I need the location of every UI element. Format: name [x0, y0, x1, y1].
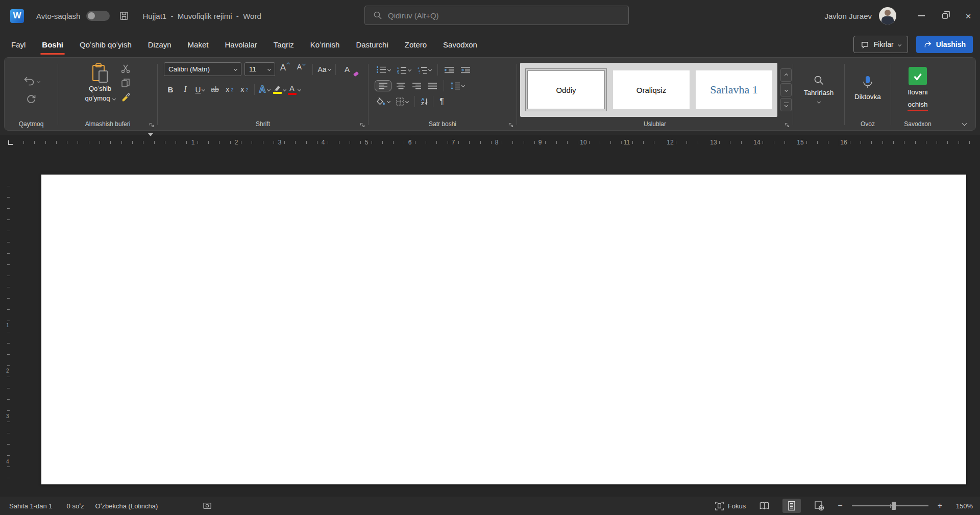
- tab-fayl[interactable]: Fayl: [3, 32, 34, 57]
- comments-button[interactable]: Fikrlar: [853, 36, 908, 53]
- print-layout-button[interactable]: [782, 499, 801, 513]
- chevron-down-icon: [267, 67, 271, 71]
- word-logo-icon[interactable]: W: [10, 9, 24, 23]
- zoom-out-button[interactable]: −: [838, 501, 842, 510]
- line-spacing-icon: [450, 82, 460, 90]
- editing-button[interactable]: Tahrirlash: [804, 75, 834, 103]
- borders-button[interactable]: [395, 96, 410, 107]
- cut-button[interactable]: [120, 64, 131, 74]
- strikethrough-button[interactable]: ab: [208, 83, 222, 96]
- focus-mode-button[interactable]: Fokus: [715, 501, 746, 511]
- grow-font-button[interactable]: A: [278, 63, 291, 76]
- horizontal-ruler[interactable]: 1 2 3 4 5 6 7 8 9 10 11 12 13 14 15 16: [0, 135, 980, 150]
- change-case-button[interactable]: Aa: [317, 63, 331, 76]
- tab-qoshib-qoyish[interactable]: Qoʻshib qoʻyish: [71, 32, 140, 57]
- clear-formatting-button[interactable]: A: [340, 63, 354, 76]
- tab-boshi[interactable]: Boshi: [34, 32, 71, 57]
- align-center-icon: [396, 82, 406, 89]
- clipboard-dialog-launcher[interactable]: [149, 122, 154, 128]
- close-button[interactable]: ×: [957, 0, 980, 32]
- bold-button[interactable]: B: [164, 83, 177, 96]
- macro-record-button[interactable]: [203, 502, 212, 510]
- style-card-sarlavha1[interactable]: Sarlavha 1: [696, 70, 772, 109]
- font-color-button[interactable]: A: [287, 83, 301, 96]
- superscript-button[interactable]: x2: [238, 83, 251, 96]
- style-card-oraliqsiz[interactable]: Oraliqsiz: [613, 70, 690, 109]
- underline-button[interactable]: U: [193, 83, 207, 96]
- chevron-down-icon: [282, 87, 286, 91]
- tab-dizayn[interactable]: Dizayn: [140, 32, 180, 57]
- vertical-ruler[interactable]: [7, 186, 10, 478]
- zoom-level[interactable]: 150%: [951, 502, 973, 510]
- sort-button[interactable]: A Z: [420, 96, 428, 106]
- save-icon[interactable]: [119, 11, 129, 21]
- line-spacing-button[interactable]: [449, 81, 466, 91]
- paragraph-dialog-launcher[interactable]: [508, 122, 513, 128]
- font-dialog-launcher[interactable]: [360, 122, 365, 128]
- align-center-button[interactable]: [395, 81, 407, 90]
- web-layout-button[interactable]: [810, 499, 828, 513]
- user-avatar[interactable]: [879, 7, 896, 24]
- redo-button[interactable]: [26, 93, 36, 104]
- undo-button[interactable]: [23, 76, 40, 86]
- tab-zotero[interactable]: Zotero: [397, 32, 435, 57]
- multilevel-list-button[interactable]: 1ai: [415, 65, 433, 75]
- dictate-button[interactable]: Diktovka: [854, 76, 881, 102]
- subscript-button[interactable]: x2: [223, 83, 236, 96]
- user-name[interactable]: Javlon Juraev: [824, 12, 872, 20]
- text-effects-button[interactable]: A: [258, 83, 271, 96]
- search-box[interactable]: Qidiruv (Alt+Q): [364, 6, 629, 25]
- styles-dialog-launcher[interactable]: [785, 122, 790, 128]
- share-button[interactable]: Ulashish: [916, 36, 973, 53]
- restore-button[interactable]: [933, 0, 957, 32]
- page-indicator[interactable]: Sahifa 1-dan 1: [9, 502, 53, 510]
- autosave-toggle[interactable]: [86, 11, 110, 21]
- text-highlight-button[interactable]: [273, 83, 286, 96]
- open-app-line1: Ilovani: [908, 88, 927, 97]
- decrease-indent-button[interactable]: [443, 65, 456, 75]
- increase-indent-button[interactable]: [459, 65, 472, 75]
- minimize-button[interactable]: [910, 0, 933, 32]
- shrink-font-button[interactable]: A: [295, 63, 308, 76]
- tab-taqriz[interactable]: Taqriz: [265, 32, 302, 57]
- align-right-button[interactable]: [410, 81, 423, 90]
- font-size-select[interactable]: 11: [244, 62, 275, 76]
- increase-indent-icon: [460, 66, 471, 73]
- paste-button[interactable]: Qoʻshib qoʻymoq: [85, 63, 115, 104]
- style-normal-selected[interactable]: Oddiy: [525, 68, 607, 111]
- zoom-slider[interactable]: [852, 502, 928, 510]
- language-indicator[interactable]: Oʻzbekcha (Lotincha): [95, 502, 158, 510]
- tab-havolalar[interactable]: Havolalar: [216, 32, 265, 57]
- font-name-select[interactable]: Calibri (Matn): [164, 62, 241, 76]
- zoom-in-button[interactable]: +: [938, 501, 942, 510]
- paragraph-group-label: Satr boshi: [370, 119, 516, 130]
- show-paragraph-marks-button[interactable]: ¶: [438, 96, 446, 107]
- title-bar: W Avto-saqlash Hujjat1 - Muvofiqlik reji…: [0, 0, 980, 32]
- numbering-button[interactable]: 123: [395, 65, 412, 75]
- format-painter-button[interactable]: [120, 91, 131, 102]
- open-app-button[interactable]: Ilovani ochish: [908, 67, 927, 111]
- tab-korinish[interactable]: Koʻrinish: [302, 32, 348, 57]
- document-page[interactable]: [41, 175, 966, 484]
- styles-scroll-up-button[interactable]: [780, 68, 792, 82]
- web-layout-icon: [814, 501, 824, 511]
- style-card-oddiy[interactable]: Oddiy: [527, 70, 605, 109]
- zoom-thumb[interactable]: [892, 502, 896, 510]
- justify-button[interactable]: [426, 81, 439, 90]
- italic-button[interactable]: I: [179, 83, 192, 96]
- divider: [437, 64, 438, 76]
- word-count[interactable]: 0 soʻz: [67, 502, 84, 510]
- read-mode-button[interactable]: [755, 499, 773, 513]
- tab-maket[interactable]: Maket: [180, 32, 217, 57]
- bullets-button[interactable]: [375, 65, 392, 75]
- shading-button[interactable]: [375, 96, 391, 107]
- align-left-button[interactable]: [375, 80, 391, 91]
- copy-button[interactable]: [120, 78, 131, 88]
- styles-more-button[interactable]: [780, 98, 792, 111]
- multilevel-list-icon: 1ai: [417, 66, 427, 74]
- redo-icon: [26, 93, 36, 104]
- tab-dasturchi[interactable]: Dasturchi: [348, 32, 396, 57]
- tab-savodxon[interactable]: Savodxon: [435, 32, 485, 57]
- tab-selector[interactable]: [5, 137, 16, 148]
- styles-scroll-down-button[interactable]: [780, 83, 792, 96]
